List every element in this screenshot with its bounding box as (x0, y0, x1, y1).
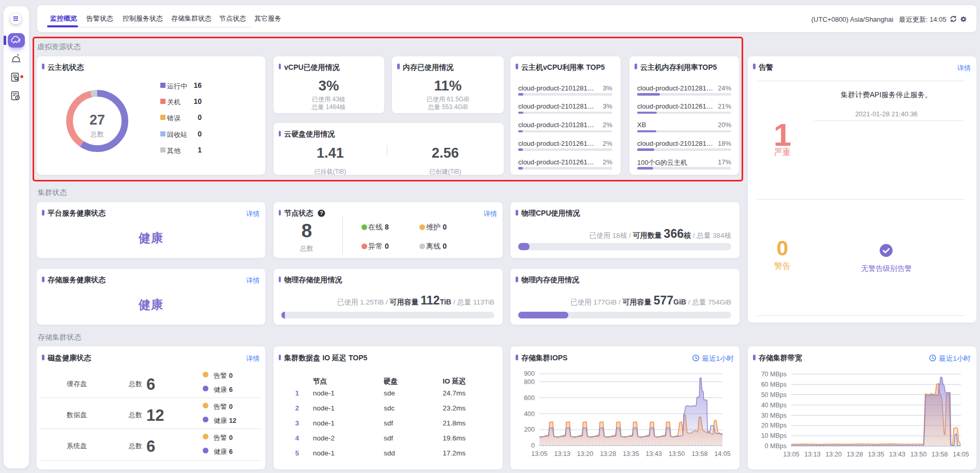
svg-text:13:20: 13:20 (577, 450, 593, 457)
svg-text:13:05: 13:05 (783, 451, 799, 458)
svg-text:13:50: 13:50 (669, 450, 685, 457)
svg-text:70 MBps: 70 MBps (761, 371, 787, 378)
svg-text:13:58: 13:58 (691, 450, 707, 457)
svg-text:13:13: 13:13 (554, 450, 570, 457)
svg-text:50 MBps: 50 MBps (761, 391, 787, 399)
svg-text:10 MBps: 10 MBps (761, 432, 787, 439)
svg-text:13:35: 13:35 (623, 450, 639, 457)
svg-text:800: 800 (524, 378, 535, 386)
svg-text:40 MBps: 40 MBps (761, 402, 787, 409)
svg-text:14:05: 14:05 (714, 450, 730, 457)
svg-text:13:43: 13:43 (889, 451, 905, 458)
svg-text:0: 0 (531, 442, 535, 449)
svg-text:13:20: 13:20 (825, 451, 841, 458)
svg-text:14:05: 14:05 (953, 451, 969, 458)
svg-text:13:13: 13:13 (804, 451, 820, 458)
svg-text:13:35: 13:35 (868, 451, 884, 458)
svg-text:13:05: 13:05 (531, 450, 547, 457)
svg-text:20 MBps: 20 MBps (761, 422, 787, 429)
svg-text:13:58: 13:58 (931, 451, 947, 458)
svg-text:400: 400 (524, 410, 535, 418)
svg-text:13:28: 13:28 (600, 450, 616, 457)
svg-text:900: 900 (524, 370, 535, 377)
svg-text:13:28: 13:28 (847, 451, 863, 458)
svg-text:?: ? (320, 210, 323, 216)
svg-text:60 MBps: 60 MBps (761, 381, 787, 388)
svg-text:200: 200 (524, 426, 535, 433)
svg-text:13:43: 13:43 (646, 450, 662, 457)
svg-text:0 MBps: 0 MBps (765, 443, 787, 450)
svg-text:13:50: 13:50 (910, 451, 926, 458)
svg-text:600: 600 (524, 394, 535, 402)
svg-text:30 MBps: 30 MBps (761, 412, 787, 419)
